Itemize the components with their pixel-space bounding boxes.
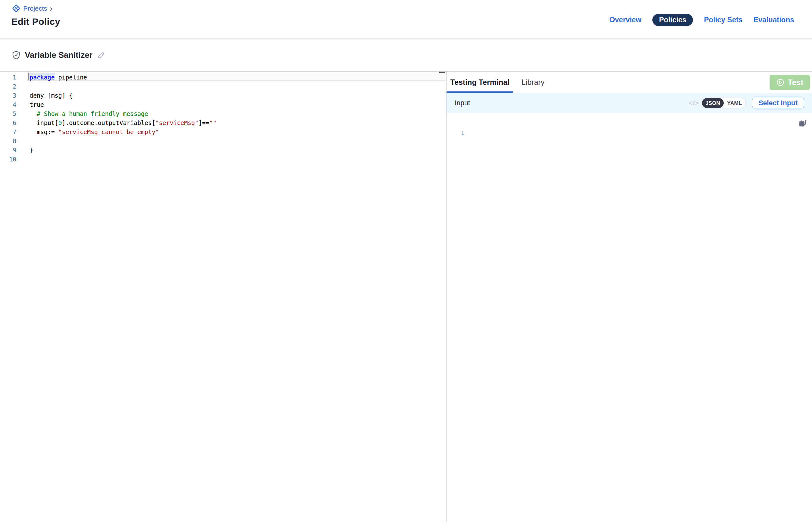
select-input-button[interactable]: Select Input: [752, 98, 804, 108]
tab-testing-terminal[interactable]: Testing Terminal: [447, 72, 513, 93]
overview-ruler-mark: [439, 72, 445, 73]
copy-icon[interactable]: [798, 119, 807, 127]
code-line[interactable]: [29, 155, 217, 164]
projects-diamond-icon: [12, 4, 20, 13]
code-gutter: 12345678910: [0, 73, 16, 164]
code-line[interactable]: [29, 82, 217, 91]
testing-panel: Testing Terminal Library Test Input </> …: [447, 72, 812, 522]
line-number: 1: [0, 73, 16, 82]
code-line[interactable]: deny [msg] {: [29, 91, 217, 100]
breadcrumb-projects-link[interactable]: Projects: [23, 5, 47, 12]
code-line[interactable]: }: [29, 146, 217, 155]
play-circle-icon: [776, 78, 785, 87]
policy-toolbar: Variable Sanitizer Save Discard: [0, 39, 812, 72]
line-number: 7: [0, 127, 16, 137]
test-button-label: Test: [788, 78, 804, 87]
input-editor[interactable]: 1: [447, 113, 812, 522]
code-line[interactable]: msg:= "serviceMsg cannot be empty": [29, 127, 217, 137]
format-toggle[interactable]: JSON YAML: [702, 98, 746, 108]
format-option-json[interactable]: JSON: [702, 98, 724, 108]
input-header-row: Input </> JSON YAML Select Input: [447, 93, 812, 113]
tab-library[interactable]: Library: [518, 72, 548, 93]
line-number: 5: [0, 109, 16, 118]
policy-code-editor[interactable]: 12345678910 package pipelinedeny [msg] {…: [0, 72, 446, 522]
shield-check-icon: [12, 51, 20, 60]
breadcrumb-chevron-icon: ›: [50, 5, 53, 12]
code-line[interactable]: input[0].outcome.outputVariables["servic…: [29, 118, 217, 127]
input-label: Input: [455, 99, 470, 107]
app-header: Projects › Edit Policy Overview Policies…: [0, 0, 812, 39]
code-line[interactable]: # Show a human friendly message: [29, 109, 217, 118]
tab-policy-sets[interactable]: Policy Sets: [704, 16, 742, 24]
code-lines[interactable]: package pipelinedeny [msg] {true # Show …: [29, 73, 217, 164]
code-line[interactable]: [29, 137, 217, 146]
line-number: 6: [0, 118, 16, 127]
input-line-number: 1: [447, 128, 464, 138]
code-line[interactable]: true: [29, 100, 217, 109]
nav-tabs: Overview Policies Policy Sets Evaluation…: [609, 14, 794, 26]
line-number: 2: [0, 82, 16, 91]
code-brackets-icon: </>: [689, 99, 699, 107]
breadcrumb: Projects ›: [12, 4, 53, 13]
tab-overview[interactable]: Overview: [609, 16, 641, 24]
page-title: Edit Policy: [11, 16, 60, 27]
policy-title-group: Variable Sanitizer: [12, 39, 105, 72]
terminal-tabbar: Testing Terminal Library: [447, 72, 812, 93]
line-number: 8: [0, 137, 16, 146]
line-number: 3: [0, 91, 16, 100]
code-line[interactable]: package pipeline: [29, 73, 217, 82]
edit-name-pencil-icon[interactable]: [97, 51, 105, 59]
line-number: 10: [0, 155, 16, 164]
test-button[interactable]: Test: [770, 75, 810, 90]
line-number: 9: [0, 146, 16, 155]
format-option-yaml[interactable]: YAML: [724, 98, 746, 108]
line-number: 4: [0, 100, 16, 109]
tab-evaluations[interactable]: Evaluations: [754, 16, 794, 24]
policy-name: Variable Sanitizer: [25, 50, 92, 60]
tab-policies[interactable]: Policies: [652, 14, 693, 26]
text-cursor: [28, 73, 29, 80]
